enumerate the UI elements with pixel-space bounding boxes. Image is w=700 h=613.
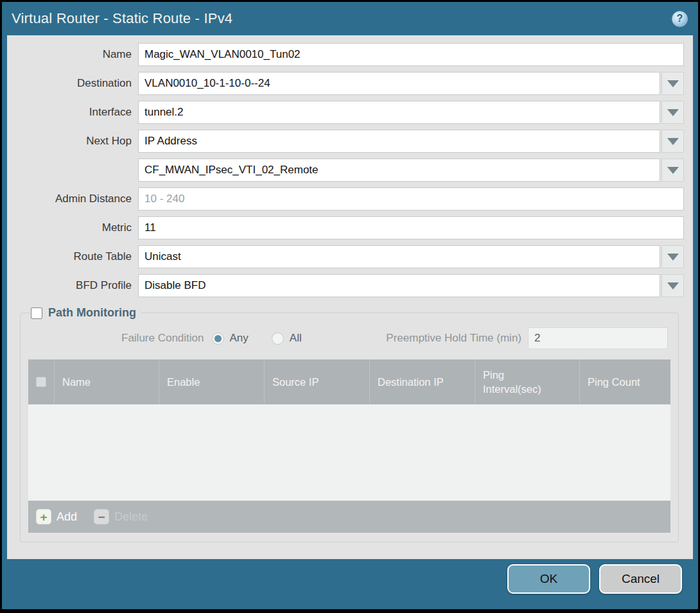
column-header-ping-interval[interactable]: Ping Interval(sec) (475, 359, 579, 404)
name-row: Name (15, 43, 684, 66)
dialog-frame: Virtual Router - Static Route - IPv4 ? N… (0, 0, 700, 613)
radio-all-dot (274, 335, 281, 342)
plus-icon: + (36, 509, 51, 524)
next-hop-label: Next Hop (15, 135, 138, 148)
add-button-label: Add (57, 510, 77, 524)
dialog-title: Virtual Router - Static Route - IPv4 (12, 10, 232, 27)
preemptive-hold-time-label: Preemptive Hold Time (min) (386, 332, 528, 345)
metric-input[interactable] (138, 216, 684, 239)
path-monitoring-table: Name Enable Source IP Destination IP Pin… (28, 359, 670, 533)
path-monitoring-title: Path Monitoring (48, 306, 136, 320)
bfd-profile-row: BFD Profile (15, 274, 684, 297)
column-header-destination-ip[interactable]: Destination IP (369, 359, 475, 404)
chevron-down-icon (667, 254, 679, 261)
chevron-down-icon (667, 138, 679, 145)
name-input[interactable] (138, 43, 684, 66)
admin-distance-label: Admin Distance (15, 193, 138, 205)
route-table-input[interactable] (138, 245, 660, 268)
chevron-down-icon (667, 167, 679, 174)
radio-any[interactable] (212, 332, 224, 345)
destination-label: Destination (15, 77, 138, 90)
radio-any-label: Any (230, 332, 249, 345)
next-hop-address-row (15, 159, 684, 182)
table-footer-toolbar: + Add − Delete (28, 501, 670, 533)
table-header-checkbox-cell (28, 359, 54, 404)
failure-condition-label: Failure Condition (121, 332, 204, 345)
route-table-row: Route Table (15, 245, 684, 268)
minus-icon: − (94, 509, 109, 524)
column-header-source-ip[interactable]: Source IP (264, 359, 369, 404)
next-hop-field (138, 130, 684, 153)
ok-button[interactable]: OK (507, 564, 590, 594)
name-label: Name (15, 48, 138, 61)
next-hop-address-dropdown-button[interactable] (661, 159, 684, 182)
destination-row: Destination (15, 72, 684, 95)
next-hop-type-input[interactable] (138, 130, 660, 153)
bfd-profile-input[interactable] (138, 274, 660, 297)
bfd-profile-label: BFD Profile (15, 279, 138, 292)
radio-any-dot (214, 335, 222, 342)
destination-field (138, 72, 684, 95)
help-icon[interactable]: ? (672, 11, 688, 27)
table-header: Name Enable Source IP Destination IP Pin… (28, 359, 670, 404)
metric-row: Metric (15, 216, 684, 239)
column-header-enable[interactable]: Enable (159, 359, 264, 404)
admin-distance-row: Admin Distance (15, 187, 684, 211)
radio-all-label: All (290, 332, 302, 345)
metric-field (138, 216, 684, 239)
table-empty-body (28, 404, 670, 501)
next-hop-dropdown-button[interactable] (661, 130, 684, 153)
destination-input[interactable] (138, 72, 660, 95)
route-table-dropdown-button[interactable] (661, 245, 684, 268)
bfd-profile-field (138, 274, 684, 297)
next-hop-row: Next Hop (15, 130, 684, 153)
admin-distance-input[interactable] (138, 187, 684, 211)
chevron-down-icon (667, 80, 679, 87)
dialog-footer: OK Cancel (2, 559, 698, 609)
interface-dropdown-button[interactable] (661, 101, 684, 124)
preemptive-hold-time-input[interactable] (528, 327, 668, 349)
delete-button-label: Delete (114, 510, 148, 524)
add-button[interactable]: + Add (36, 509, 77, 524)
next-hop-address-field (138, 159, 684, 182)
path-monitoring-section: Path Monitoring Failure Condition Any Al… (20, 306, 679, 542)
interface-input[interactable] (138, 101, 660, 124)
name-field (138, 43, 684, 66)
interface-row: Interface (15, 101, 684, 124)
chevron-down-icon (667, 109, 679, 116)
admin-distance-field (138, 187, 684, 211)
static-route-dialog: Virtual Router - Static Route - IPv4 ? N… (2, 2, 698, 609)
column-header-ping-count[interactable]: Ping Count (579, 359, 670, 404)
path-monitoring-checkbox[interactable] (31, 307, 42, 319)
dialog-content: Name Destination Interface (7, 35, 693, 559)
select-all-checkbox[interactable] (36, 377, 46, 387)
route-table-field (138, 245, 684, 268)
interface-label: Interface (15, 106, 138, 119)
interface-field (138, 101, 684, 124)
delete-button[interactable]: − Delete (94, 509, 148, 524)
column-header-name[interactable]: Name (54, 359, 159, 404)
preemptive-hold-time-group: Preemptive Hold Time (min) (386, 327, 668, 349)
chevron-down-icon (667, 282, 679, 289)
metric-label: Metric (15, 221, 138, 234)
path-monitoring-legend: Path Monitoring (30, 306, 141, 320)
failure-condition-radio-group: Any All (212, 332, 325, 345)
radio-all[interactable] (272, 332, 284, 345)
bfd-profile-dropdown-button[interactable] (661, 274, 684, 297)
destination-dropdown-button[interactable] (661, 72, 684, 95)
route-table-label: Route Table (15, 250, 138, 263)
cancel-button[interactable]: Cancel (599, 564, 682, 594)
dialog-titlebar: Virtual Router - Static Route - IPv4 ? (2, 2, 698, 35)
path-monitoring-options-row: Failure Condition Any All Preemptive Hol… (28, 326, 668, 350)
next-hop-address-input[interactable] (138, 159, 660, 182)
